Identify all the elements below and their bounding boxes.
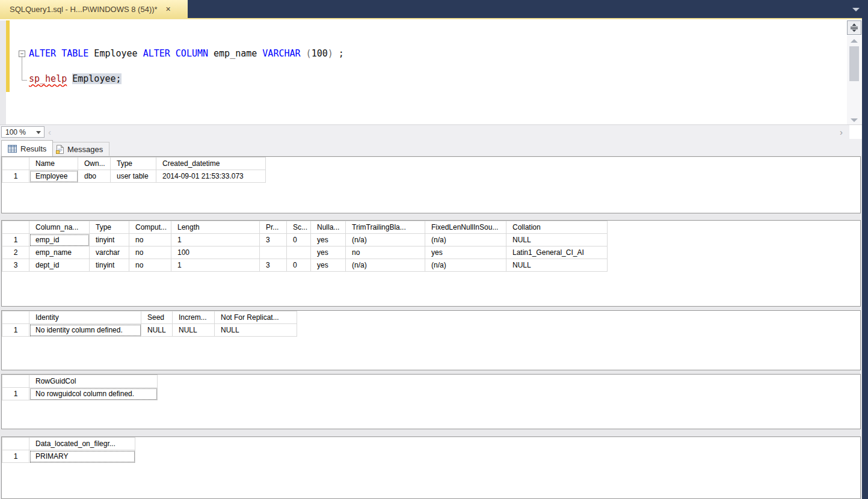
collapse-outline-icon[interactable]: − — [19, 51, 25, 57]
code-line[interactable] — [29, 35, 344, 47]
grid-column-header[interactable]: Comput... — [129, 221, 171, 234]
result-grid-5: Data_located_on_filegr...1PRIMARY — [1, 436, 861, 499]
grid-cell[interactable]: NULL — [506, 234, 608, 246]
grid-cell[interactable]: no — [129, 246, 171, 259]
grid-column-header[interactable]: Created_datetime — [156, 158, 266, 170]
grid-cell[interactable]: 0 — [287, 259, 311, 272]
grid-cell[interactable]: yes — [311, 246, 346, 259]
code-lines[interactable]: ALTER TABLE Employee ALTER COLUMN emp_na… — [29, 22, 344, 85]
code-line[interactable]: ALTER TABLE Employee ALTER COLUMN emp_na… — [29, 47, 344, 60]
editor-vertical-scrollbar[interactable] — [847, 35, 861, 126]
grid-cell[interactable]: (n/a) — [425, 259, 506, 272]
grid-row-header[interactable]: 1 — [2, 450, 29, 463]
grid-cell[interactable]: 3 — [260, 259, 287, 272]
grid-cell[interactable]: yes — [311, 234, 346, 246]
document-tab[interactable]: SQLQuery1.sql - H...P\WINDOWS 8 (54))* × — [0, 0, 188, 18]
grid-cell[interactable]: Employee — [29, 170, 78, 183]
grid-cell[interactable]: yes — [425, 246, 506, 259]
grid-cell[interactable]: dept_id — [29, 259, 90, 272]
grid-cell[interactable]: (n/a) — [346, 234, 425, 246]
grid-cell[interactable]: 1 — [171, 234, 260, 246]
grid-column-header[interactable]: TrimTrailingBla... — [346, 221, 425, 234]
grid-corner-cell[interactable] — [2, 375, 29, 388]
grid-cell[interactable]: (n/a) — [425, 234, 506, 246]
grid-cell[interactable]: No identity column defined. — [29, 324, 141, 337]
tab-messages[interactable]: Messages — [49, 142, 109, 156]
grid-cell[interactable]: dbo — [78, 170, 111, 183]
grid-cell[interactable]: 0 — [287, 234, 311, 246]
grid-column-header[interactable]: Own... — [78, 158, 111, 170]
document-tab-strip: SQLQuery1.sql - H...P\WINDOWS 8 (54))* × — [0, 0, 868, 18]
split-editor-button[interactable] — [847, 20, 861, 35]
grid-cell[interactable]: No rowguidcol column defined. — [29, 388, 158, 400]
grid-column-header[interactable]: Type — [111, 158, 156, 170]
messages-file-icon — [56, 145, 64, 154]
code-line[interactable] — [29, 22, 344, 35]
code-line[interactable] — [29, 60, 344, 73]
grid-cell[interactable]: tinyint — [90, 234, 129, 246]
close-icon[interactable]: × — [166, 5, 171, 13]
grid-row-header[interactable]: 2 — [2, 246, 29, 259]
grid-cell[interactable]: Latin1_General_CI_AI — [506, 246, 608, 259]
grid-column-header[interactable]: RowGuidCol — [29, 375, 158, 388]
grid-cell[interactable]: 3 — [260, 234, 287, 246]
grid-corner-cell[interactable] — [2, 438, 29, 450]
grid-column-header[interactable]: Not For Replicat... — [215, 311, 297, 324]
result-grid-2: Column_na...TypeComput...LengthPr...Sc..… — [1, 220, 861, 307]
grid-column-header[interactable]: Increm... — [173, 311, 215, 324]
grid-cell[interactable]: (n/a) — [346, 259, 425, 272]
grid-cell[interactable] — [287, 246, 311, 259]
code-line[interactable]: sp_help Employee; — [29, 73, 344, 85]
grid-corner-cell[interactable] — [2, 221, 29, 234]
scrollbar-thumb[interactable] — [849, 46, 859, 81]
grid-cell[interactable]: PRIMARY — [29, 450, 135, 463]
grid-column-header[interactable]: Nulla... — [311, 221, 346, 234]
grid-column-header[interactable]: Pr... — [260, 221, 287, 234]
table-row: 1Employeedbouser table2014-09-01 21:53:3… — [2, 170, 266, 183]
grid-row-header[interactable]: 3 — [2, 259, 29, 272]
grid-cell[interactable]: 1 — [171, 259, 260, 272]
grid-cell[interactable]: yes — [311, 259, 346, 272]
grid-cell[interactable]: NULL — [506, 259, 608, 272]
grid-row-header[interactable]: 1 — [2, 170, 29, 183]
grid-column-header[interactable]: Identity — [29, 311, 141, 324]
grid-cell[interactable]: no — [129, 234, 171, 246]
table-row: 3dept_idtinyintno130yes(n/a)(n/a)NULL — [2, 259, 608, 272]
window-right-edge — [862, 18, 868, 499]
chevron-down-icon[interactable] — [852, 8, 860, 11]
grid-cell[interactable]: 2014-09-01 21:53:33.073 — [156, 170, 266, 183]
grid-row-header[interactable]: 1 — [2, 324, 29, 337]
grid-cell[interactable]: varchar — [90, 246, 129, 259]
scroll-up-arrow-icon[interactable] — [851, 39, 858, 43]
grid-column-header[interactable]: Column_na... — [29, 221, 90, 234]
grid-column-header[interactable]: Sc... — [287, 221, 311, 234]
grid-cell[interactable]: no — [129, 259, 171, 272]
grid-corner-cell[interactable] — [2, 311, 29, 324]
grid-cell[interactable]: user table — [111, 170, 156, 183]
grid-cell[interactable]: NULL — [173, 324, 215, 337]
grid-cell[interactable]: NULL — [215, 324, 297, 337]
grid-column-header[interactable]: Seed — [141, 311, 173, 324]
grid-row-header[interactable]: 1 — [2, 234, 29, 246]
scroll-down-arrow-icon[interactable] — [851, 118, 858, 122]
grid-cell[interactable]: no — [346, 246, 425, 259]
grid-column-header[interactable]: Name — [29, 158, 78, 170]
grid-cell[interactable]: NULL — [141, 324, 173, 337]
grid-corner-cell[interactable] — [2, 158, 29, 170]
scroll-left-arrow-icon[interactable]: ‹ — [48, 126, 51, 138]
tab-results[interactable]: Results — [1, 140, 53, 156]
grid-cell[interactable]: 100 — [171, 246, 260, 259]
zoom-level-select[interactable]: 100 % — [1, 126, 45, 138]
grid-cell[interactable]: emp_name — [29, 246, 90, 259]
grid-cell[interactable]: tinyint — [90, 259, 129, 272]
grid-column-header[interactable]: Length — [171, 221, 260, 234]
grid-row-header[interactable]: 1 — [2, 388, 29, 400]
grid-column-header[interactable]: FixedLenNullInSou... — [425, 221, 506, 234]
scroll-right-arrow-icon[interactable]: › — [840, 126, 843, 138]
grid-column-header[interactable]: Type — [90, 221, 129, 234]
sql-editor[interactable]: − ALTER TABLE Employee ALTER COLUMN emp_… — [0, 18, 868, 124]
grid-column-header[interactable]: Data_located_on_filegr... — [29, 438, 135, 450]
grid-cell[interactable] — [260, 246, 287, 259]
grid-cell[interactable]: emp_id — [29, 234, 90, 246]
grid-column-header[interactable]: Collation — [506, 221, 608, 234]
